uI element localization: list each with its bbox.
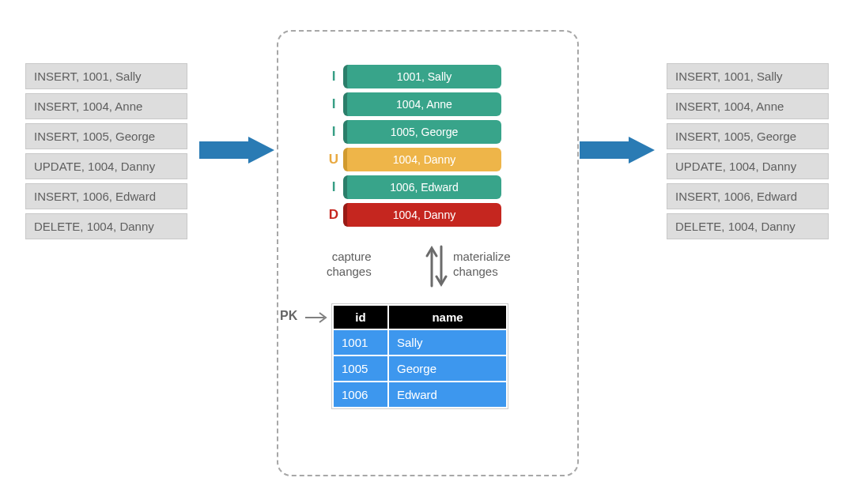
change-row: U 1004, Danny (324, 148, 526, 171)
event-row: INSERT, 1004, Anne (667, 93, 829, 119)
event-row: UPDATE, 1004, Danny (25, 153, 187, 179)
event-row: INSERT, 1004, Anne (25, 93, 187, 119)
table-cell-id: 1001 (333, 329, 388, 355)
table-header-name: name (388, 305, 507, 329)
op-letter-insert: I (324, 69, 343, 85)
table-cell-name: Edward (388, 382, 507, 408)
event-row: DELETE, 1004, Danny (25, 213, 187, 239)
output-event-list: INSERT, 1001, Sally INSERT, 1004, Anne I… (667, 63, 829, 243)
event-row: INSERT, 1006, Edward (667, 183, 829, 209)
table-row: 1005 George (333, 355, 507, 382)
change-row: I 1004, Anne (324, 92, 526, 116)
table-cell-id: 1005 (333, 355, 388, 382)
bidirectional-labels: capture changes materialize changes (311, 243, 548, 299)
change-pill: 1004, Danny (343, 148, 501, 171)
bidirectional-arrow-icon (424, 243, 448, 289)
table-row: 1001 Sally (333, 329, 507, 355)
change-stream-list: I 1001, Sally I 1004, Anne I 1005, Georg… (324, 65, 526, 231)
event-row: INSERT, 1005, George (25, 123, 187, 149)
op-letter-insert: I (324, 96, 343, 112)
input-event-list: INSERT, 1001, Sally INSERT, 1004, Anne I… (25, 63, 187, 243)
svg-marker-1 (580, 137, 655, 164)
op-letter-update: U (324, 152, 343, 167)
change-pill: 1004, Danny (343, 203, 501, 227)
event-row: UPDATE, 1004, Danny (667, 153, 829, 179)
change-pill: 1001, Sally (343, 65, 501, 88)
svg-marker-0 (199, 137, 274, 164)
op-letter-insert: I (324, 179, 343, 195)
table-cell-name: Sally (388, 329, 507, 355)
change-pill: 1006, Edward (343, 175, 501, 199)
table-header-id: id (333, 305, 388, 329)
event-row: INSERT, 1006, Edward (25, 183, 187, 209)
capture-changes-label: capture changes (327, 250, 372, 280)
table-cell-name: George (388, 355, 507, 382)
change-row: I 1006, Edward (324, 175, 526, 199)
event-row: INSERT, 1001, Sally (25, 63, 187, 89)
change-row: D 1004, Danny (324, 203, 526, 227)
event-row: DELETE, 1004, Danny (667, 213, 829, 239)
primary-key-label: PK (280, 309, 297, 323)
table-cell-id: 1006 (333, 382, 388, 408)
event-row: INSERT, 1005, George (667, 123, 829, 149)
materialized-table: id name 1001 Sally 1005 George 1006 Edwa… (332, 304, 508, 408)
flow-arrow-in-icon (199, 137, 274, 164)
change-row: I 1005, George (324, 120, 526, 144)
change-pill: 1005, George (343, 120, 501, 144)
op-letter-insert: I (324, 124, 343, 140)
change-row: I 1001, Sally (324, 65, 526, 88)
materialize-changes-label: materialize changes (453, 250, 511, 280)
flow-arrow-out-icon (580, 137, 655, 164)
pk-arrow-icon (305, 312, 329, 323)
event-row: INSERT, 1001, Sally (667, 63, 829, 89)
change-pill: 1004, Anne (343, 92, 501, 116)
table-row: 1006 Edward (333, 382, 507, 408)
op-letter-delete: D (324, 207, 343, 223)
